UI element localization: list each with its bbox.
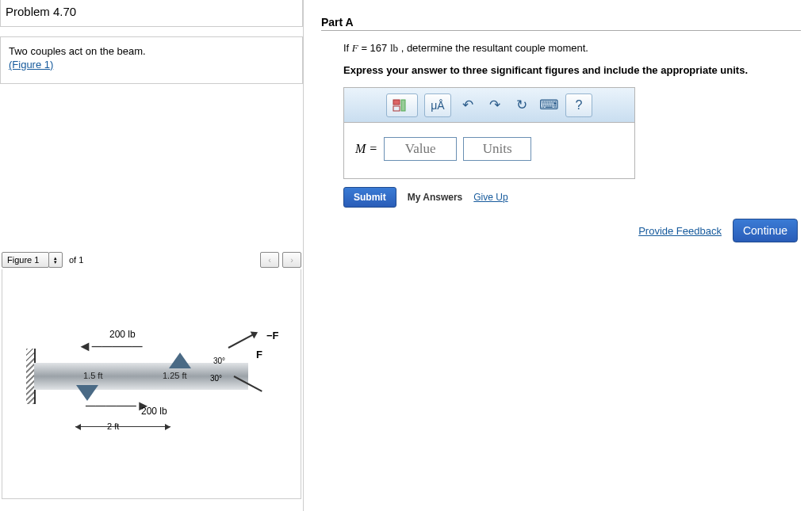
figure-negF: −F bbox=[266, 330, 279, 341]
undo-button[interactable]: ↶ bbox=[458, 94, 478, 116]
provide-feedback-link[interactable]: Provide Feedback bbox=[638, 225, 722, 237]
part-a-title: Part A bbox=[321, 16, 801, 31]
svg-rect-1 bbox=[401, 100, 405, 111]
answer-box: μÅ ↶ ↷ ↻ ⌨ ? M = bbox=[343, 87, 635, 179]
problem-description: Two couples act on the beam. bbox=[9, 45, 146, 57]
continue-button[interactable]: Continue bbox=[733, 219, 798, 242]
svg-rect-2 bbox=[393, 106, 400, 111]
beam-figure: ◄───── ─────► 200 lb 200 lb 1.5 ft 1.25 … bbox=[34, 325, 280, 460]
help-button[interactable]: ? bbox=[565, 93, 592, 117]
figure-dim-a: 1.5 ft bbox=[83, 371, 102, 380]
question-text: If F = 167 lb , determine the resultant … bbox=[343, 42, 802, 55]
figure-prev-button[interactable]: ‹ bbox=[260, 252, 279, 268]
instruction-text: Express your answer to three significant… bbox=[343, 64, 802, 76]
figure-link[interactable]: (Figure 1) bbox=[9, 59, 53, 71]
figure-force-top: 200 lb bbox=[109, 329, 136, 340]
my-answers-label: My Answers bbox=[408, 192, 463, 203]
redo-button[interactable]: ↷ bbox=[485, 94, 505, 116]
submit-button[interactable]: Submit bbox=[343, 187, 396, 208]
figure-selector[interactable]: Figure 1 bbox=[2, 252, 49, 268]
svg-rect-0 bbox=[393, 100, 400, 105]
figure-dim-c: 2 ft bbox=[107, 421, 119, 431]
units-input[interactable] bbox=[463, 137, 531, 161]
reset-button[interactable]: ↻ bbox=[511, 94, 532, 116]
answer-toolbar: μÅ ↶ ↷ ↻ ⌨ ? bbox=[344, 88, 634, 123]
templates-button[interactable] bbox=[386, 93, 418, 117]
answer-variable-label: M = bbox=[355, 142, 377, 156]
problem-description-box: Two couples act on the beam. (Figure 1) bbox=[0, 36, 303, 84]
problem-title: Problem 4.70 bbox=[0, 0, 303, 27]
figure-nav-bar: Figure 1 ▴▾ of 1 ‹ › bbox=[2, 252, 301, 268]
figure-dim-b: 1.25 ft bbox=[163, 371, 187, 380]
greek-button[interactable]: μÅ bbox=[424, 93, 451, 117]
figure-F: F bbox=[256, 349, 262, 360]
figure-panel: ◄───── ─────► 200 lb 200 lb 1.5 ft 1.25 … bbox=[2, 269, 301, 499]
figure-force-bot: 200 lb bbox=[141, 406, 167, 417]
value-input[interactable] bbox=[384, 137, 457, 161]
figure-angle-bot: 30° bbox=[210, 374, 222, 383]
keyboard-button[interactable]: ⌨ bbox=[538, 94, 559, 116]
figure-count: of 1 bbox=[64, 252, 88, 268]
figure-next-button[interactable]: › bbox=[282, 252, 301, 268]
figure-angle-top: 30° bbox=[213, 357, 225, 365]
figure-stepper[interactable]: ▴▾ bbox=[48, 252, 63, 268]
give-up-link[interactable]: Give Up bbox=[473, 192, 508, 203]
